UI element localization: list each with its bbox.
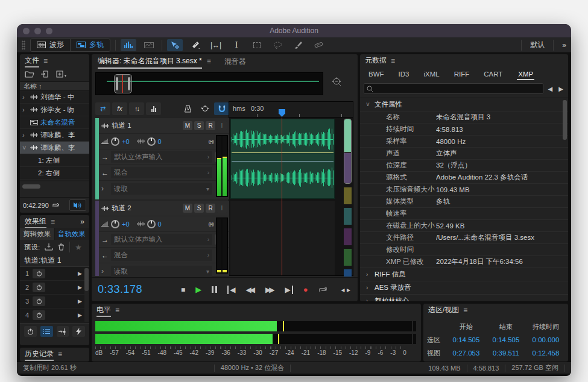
metadata-section-collapsed[interactable]: › AES 录放音 bbox=[360, 281, 568, 295]
editor-tab[interactable]: 编辑器: 未命名混音项目 3.sesx * bbox=[98, 54, 202, 69]
selection-end[interactable]: 0:14.505 bbox=[486, 336, 526, 343]
metadata-panel-menu-icon[interactable]: ≡ bbox=[391, 57, 395, 65]
effect-power-button[interactable] bbox=[33, 310, 45, 320]
effect-slot[interactable]: 4 ▶ bbox=[20, 308, 89, 322]
expand-chevron-icon[interactable]: › bbox=[22, 106, 28, 113]
new-media-icon[interactable] bbox=[56, 70, 67, 78]
track-color-chip[interactable] bbox=[344, 187, 352, 204]
panel-overflow-icon[interactable]: » bbox=[80, 218, 84, 226]
track-color-chip[interactable] bbox=[344, 249, 352, 266]
waveform-view-button[interactable]: 波形 bbox=[31, 39, 70, 51]
effect-power-button[interactable] bbox=[33, 296, 45, 306]
tabs-scroll-right-icon[interactable]: ▶ bbox=[557, 86, 564, 92]
loop-playback-button[interactable] bbox=[318, 286, 327, 293]
history-panel-menu-icon[interactable]: ≡ bbox=[58, 350, 62, 359]
open-file-icon[interactable] bbox=[25, 70, 34, 78]
show-effects-list-button[interactable] bbox=[40, 326, 53, 337]
file-row-selected[interactable]: ˅ 谭咏麟、李 bbox=[20, 142, 89, 154]
volume-knob[interactable] bbox=[111, 137, 119, 146]
solo-button[interactable]: S bbox=[194, 204, 204, 213]
fast-forward-button[interactable]: ▶▶ bbox=[265, 286, 274, 294]
audio-clip[interactable] bbox=[230, 119, 335, 199]
effect-slot[interactable]: 3 ▶ bbox=[20, 295, 89, 308]
expand-chevron-icon[interactable]: › bbox=[22, 93, 28, 101]
stop-button[interactable]: ■ bbox=[181, 286, 185, 294]
effect-power-button[interactable] bbox=[33, 283, 45, 292]
slot-options-icon[interactable]: ▶ bbox=[78, 284, 82, 290]
sends-button[interactable]: ↑↓ bbox=[129, 102, 144, 115]
files-panel-tab[interactable]: 文件 bbox=[25, 54, 39, 67]
favorite-star-icon[interactable]: ★ bbox=[75, 243, 82, 252]
view-end[interactable]: 0:39.511 bbox=[486, 349, 526, 357]
slot-options-icon[interactable]: ▶ bbox=[78, 312, 82, 318]
healing-brush-tool-button[interactable] bbox=[311, 39, 326, 51]
play-button[interactable]: ▶ bbox=[195, 285, 201, 294]
time-ruler[interactable]: hms 0:30 bbox=[229, 102, 353, 117]
view-duration[interactable]: 0:12.458 bbox=[526, 349, 566, 357]
file-row[interactable]: › 谭咏麟、李 bbox=[20, 129, 89, 142]
workspace-selector[interactable]: 默认 bbox=[530, 40, 545, 50]
monitor-input-button[interactable]: I bbox=[217, 121, 227, 130]
delete-preset-icon[interactable] bbox=[58, 243, 65, 251]
metadata-section-expanded[interactable]: ˅ 文件属性 bbox=[360, 98, 568, 111]
view-start[interactable]: 0:27.053 bbox=[446, 349, 486, 357]
selection-start[interactable]: 0:14.505 bbox=[446, 336, 486, 343]
zoom-navigator[interactable] bbox=[95, 72, 323, 95]
volume-value[interactable]: +0 bbox=[122, 221, 130, 228]
levels-panel-tab[interactable]: 电平 bbox=[96, 304, 111, 317]
solo-button[interactable]: S bbox=[194, 121, 204, 130]
arm-record-button[interactable]: R bbox=[206, 121, 215, 130]
input-selector[interactable]: 默认立体声输入 › bbox=[111, 151, 212, 163]
editor-panel-menu-icon[interactable]: ≡ bbox=[207, 57, 211, 66]
pan-knob[interactable] bbox=[147, 220, 156, 228]
mute-button[interactable]: M bbox=[183, 204, 192, 213]
expand-chevron-icon[interactable]: › bbox=[22, 131, 28, 139]
tab-id3[interactable]: ID3 bbox=[399, 70, 409, 78]
pan-value[interactable]: 0 bbox=[158, 138, 162, 145]
metadata-search-input[interactable] bbox=[376, 84, 540, 93]
marquee-tool-button[interactable] bbox=[249, 39, 265, 51]
clip-indicator[interactable] bbox=[412, 334, 416, 344]
auto-play-button[interactable] bbox=[69, 199, 86, 211]
automation-mode-selector[interactable]: 读取 ▾ bbox=[111, 183, 212, 195]
file-row[interactable]: › 张学友 - 吻 bbox=[20, 104, 89, 116]
clip-effects-tab[interactable]: 剪辑效果 bbox=[20, 228, 55, 240]
paintbrush-tool-button[interactable] bbox=[290, 39, 306, 51]
pan-envelope-line[interactable] bbox=[232, 161, 334, 161]
output-selector[interactable]: 混合 › bbox=[111, 249, 212, 261]
input-selector[interactable]: 默认立体声输入 › bbox=[111, 234, 212, 245]
automation-chevron-icon[interactable]: › bbox=[101, 184, 109, 193]
automation-chevron-icon[interactable]: › bbox=[101, 267, 109, 275]
volume-envelope-line[interactable] bbox=[232, 152, 334, 153]
current-time-indicator[interactable] bbox=[279, 109, 285, 117]
rewind-button[interactable]: ◀◀ bbox=[246, 286, 255, 294]
selection-duration[interactable]: 0:00.000 bbox=[526, 336, 566, 343]
tab-xmp[interactable]: XMP bbox=[517, 69, 534, 80]
zoom-out-full-icon[interactable] bbox=[332, 77, 343, 87]
metadata-section-collapsed[interactable]: › 都柏林核心 bbox=[360, 295, 568, 301]
effects-toggle-button[interactable]: fx bbox=[112, 102, 127, 115]
record-button[interactable]: ● bbox=[303, 285, 308, 294]
spectral-pitch-button[interactable] bbox=[141, 39, 157, 51]
track-name[interactable]: 轨道 1 bbox=[112, 121, 131, 130]
effect-power-button[interactable] bbox=[33, 269, 45, 278]
collapse-chevron-icon[interactable]: ˅ bbox=[22, 144, 28, 151]
tab-ixml[interactable]: iXML bbox=[423, 70, 439, 78]
io-routing-button[interactable]: ⇄ bbox=[95, 102, 110, 115]
track-color-chip[interactable] bbox=[344, 208, 352, 225]
file-row-session[interactable]: 未命名混音 bbox=[20, 116, 89, 129]
eq-button[interactable] bbox=[146, 102, 161, 115]
track-effects-tab[interactable]: 音轨效果 bbox=[55, 228, 90, 240]
tab-cart[interactable]: CART bbox=[484, 70, 502, 78]
loop-cycle-button[interactable] bbox=[197, 102, 212, 115]
loop-playback-icon[interactable] bbox=[52, 202, 60, 208]
tab-bwf[interactable]: BWF bbox=[368, 70, 384, 78]
volume-value[interactable]: +0 bbox=[122, 138, 130, 145]
time-display[interactable]: 0:33.178 bbox=[98, 283, 142, 296]
pan-knob[interactable] bbox=[147, 137, 156, 146]
rack-power-button[interactable] bbox=[24, 326, 37, 337]
track2-clip-lane[interactable] bbox=[230, 201, 335, 275]
master-level-meters[interactable] bbox=[95, 321, 415, 346]
skip-selection-button[interactable]: ◂ ▸ bbox=[341, 286, 350, 294]
automation-mode-selector[interactable]: 读取 ▾ bbox=[111, 266, 212, 277]
